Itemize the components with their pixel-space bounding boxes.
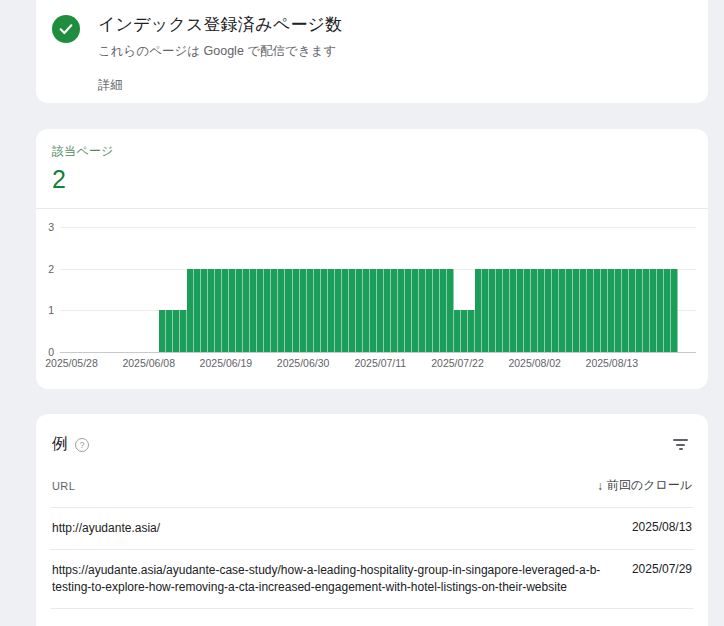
column-header-url: URL bbox=[52, 480, 75, 492]
chart-bar bbox=[510, 269, 517, 352]
chart-bar bbox=[461, 310, 468, 352]
last-crawl-cell: 2025/08/13 bbox=[618, 520, 692, 534]
indexed-pages-chart: 0123 2025/05/282025/06/082025/06/192025/… bbox=[36, 208, 708, 389]
chart-bar bbox=[278, 269, 285, 352]
chart-bar bbox=[159, 310, 166, 352]
page-title: インデックス登録済みページ数 bbox=[98, 13, 342, 36]
chart-bar bbox=[173, 310, 180, 352]
chart-bar bbox=[419, 269, 426, 352]
examples-card: 例 ? URL ↓ 前回のクロール http://ayudante.asia/ … bbox=[36, 414, 708, 626]
sort-descending-icon: ↓ bbox=[597, 479, 603, 493]
chart-bar bbox=[314, 269, 321, 352]
chart-bar bbox=[300, 269, 307, 352]
chart-bar bbox=[531, 269, 538, 352]
metric-label: 該当ページ bbox=[52, 143, 692, 160]
chart-bar bbox=[201, 269, 208, 352]
chart-bar bbox=[433, 269, 440, 352]
x-axis-tick-label: 2025/06/19 bbox=[200, 357, 253, 369]
chart-bar bbox=[328, 269, 335, 352]
chart-bar bbox=[650, 269, 657, 352]
column-header-last-crawl[interactable]: ↓ 前回のクロール bbox=[597, 477, 692, 494]
chart-bar bbox=[180, 310, 187, 352]
chart-bar bbox=[250, 269, 257, 352]
chart-bar bbox=[454, 310, 461, 352]
table-header-row: URL ↓ 前回のクロール bbox=[50, 461, 694, 508]
filter-icon[interactable] bbox=[669, 435, 692, 454]
chart-bar bbox=[566, 269, 573, 352]
chart-bar bbox=[601, 269, 608, 352]
chart-bar bbox=[194, 269, 201, 352]
chart-bar bbox=[524, 269, 531, 352]
chart-bar bbox=[370, 269, 377, 352]
chart-bar bbox=[636, 269, 643, 352]
chart-bar bbox=[215, 269, 222, 352]
chart-bar bbox=[229, 269, 236, 352]
chart-bar bbox=[608, 269, 615, 352]
gridline bbox=[60, 352, 696, 353]
chart-bar bbox=[503, 269, 510, 352]
chart-bar bbox=[440, 269, 447, 352]
chart-bar bbox=[342, 269, 349, 352]
chart-bar bbox=[398, 269, 405, 352]
x-axis-tick-label: 2025/08/13 bbox=[586, 357, 639, 369]
chart-bar bbox=[587, 269, 594, 352]
chart-bar bbox=[293, 269, 300, 352]
status-card: インデックス登録済みページ数 これらのページは Google で配信できます 詳… bbox=[36, 0, 708, 103]
chart-bar bbox=[377, 269, 384, 352]
column-header-last-crawl-label: 前回のクロール bbox=[607, 477, 692, 494]
table-row: https://ayudante.asia/ayudante-case-stud… bbox=[50, 550, 694, 609]
metric-toggle[interactable]: 該当ページ 2 bbox=[36, 129, 708, 194]
x-axis-tick-label: 2025/05/28 bbox=[45, 357, 98, 369]
chart-bar bbox=[321, 269, 328, 352]
chart-bar bbox=[629, 269, 636, 352]
y-axis-tick-label: 2 bbox=[48, 263, 54, 275]
chart-bar bbox=[243, 269, 250, 352]
x-axis-tick-label: 2025/07/11 bbox=[354, 357, 406, 369]
chart-bar bbox=[307, 269, 314, 352]
chart-bar bbox=[335, 269, 342, 352]
chart-bar bbox=[664, 269, 671, 352]
chart-bar bbox=[356, 269, 363, 352]
chart-bar bbox=[482, 269, 489, 352]
chart-bar bbox=[615, 269, 622, 352]
chart-bar bbox=[643, 269, 650, 352]
chart-bar bbox=[447, 269, 454, 352]
chart-bar bbox=[412, 269, 419, 352]
chart-bar bbox=[538, 269, 545, 352]
url-cell[interactable]: https://ayudante.asia/ayudante-case-stud… bbox=[52, 562, 602, 596]
chart-bar bbox=[580, 269, 587, 352]
chart-bar bbox=[475, 269, 482, 352]
x-axis-tick-label: 2025/06/30 bbox=[277, 357, 330, 369]
chart-bar bbox=[559, 269, 566, 352]
chart-bar bbox=[671, 269, 678, 352]
chart-bar bbox=[363, 269, 370, 352]
chart-bar bbox=[236, 269, 243, 352]
last-crawl-cell: 2025/07/29 bbox=[618, 562, 692, 576]
chart-bar bbox=[349, 269, 356, 352]
url-cell[interactable]: http://ayudante.asia/ bbox=[52, 520, 602, 537]
chart-bar bbox=[257, 269, 264, 352]
x-axis-tick-label: 2025/06/08 bbox=[122, 357, 175, 369]
chart-bar bbox=[468, 310, 475, 352]
chart-bar bbox=[573, 269, 580, 352]
chart-bar bbox=[187, 269, 194, 352]
chart-card: 該当ページ 2 0123 2025/05/282025/06/082025/06… bbox=[36, 129, 708, 389]
check-circle-icon bbox=[52, 15, 80, 43]
examples-rows: http://ayudante.asia/ 2025/08/13 https:/… bbox=[50, 508, 694, 609]
chart-y-labels: 0123 bbox=[38, 227, 56, 352]
chart-bars bbox=[68, 227, 679, 352]
metric-value: 2 bbox=[52, 165, 692, 194]
chart-bar bbox=[264, 269, 271, 352]
y-axis-tick-label: 1 bbox=[48, 304, 54, 316]
table-row: http://ayudante.asia/ 2025/08/13 bbox=[50, 508, 694, 550]
chart-bar bbox=[622, 269, 629, 352]
chart-bar bbox=[208, 269, 215, 352]
details-link[interactable]: 詳細 bbox=[98, 77, 123, 94]
chart-bar bbox=[166, 310, 173, 352]
chart-bar bbox=[391, 269, 398, 352]
x-axis-tick-label: 2025/08/02 bbox=[508, 357, 561, 369]
help-icon[interactable]: ? bbox=[75, 438, 89, 452]
chart-bar bbox=[594, 269, 601, 352]
chart-bar bbox=[552, 269, 559, 352]
chart-bar bbox=[496, 269, 503, 352]
